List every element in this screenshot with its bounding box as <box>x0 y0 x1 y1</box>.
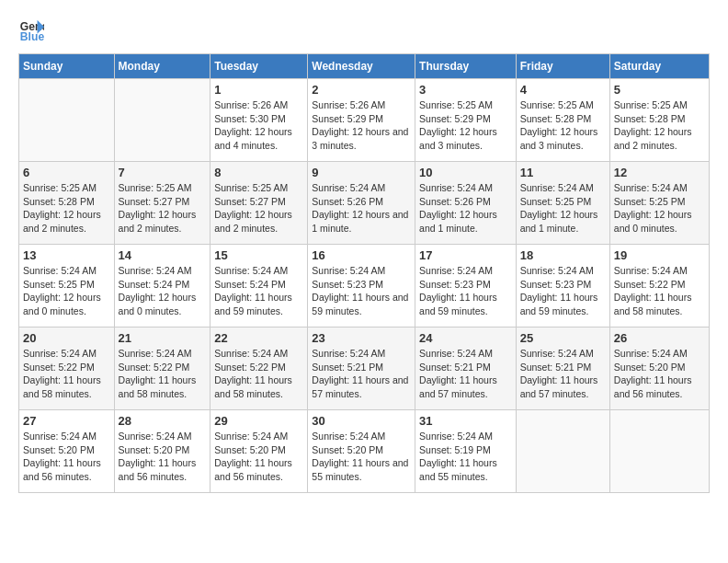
calendar-cell: 20Sunrise: 5:24 AM Sunset: 5:22 PM Dayli… <box>19 327 115 410</box>
day-number: 31 <box>419 414 512 428</box>
day-number: 23 <box>312 331 411 345</box>
day-number: 11 <box>520 166 606 179</box>
day-number: 16 <box>312 248 411 262</box>
day-number: 20 <box>23 331 110 345</box>
day-number: 3 <box>419 83 512 97</box>
calendar-cell: 30Sunrise: 5:24 AM Sunset: 5:20 PM Dayli… <box>308 410 415 493</box>
day-number: 19 <box>614 248 705 262</box>
calendar-cell <box>609 410 709 493</box>
day-info: Sunrise: 5:24 AM Sunset: 5:23 PM Dayligh… <box>312 264 411 318</box>
calendar-cell: 23Sunrise: 5:24 AM Sunset: 5:21 PM Dayli… <box>308 327 415 410</box>
header-row: SundayMondayTuesdayWednesdayThursdayFrid… <box>19 54 710 79</box>
page-header: General Blue <box>18 18 710 44</box>
day-number: 24 <box>419 331 512 345</box>
svg-text:Blue: Blue <box>20 30 44 43</box>
calendar-cell: 4Sunrise: 5:25 AM Sunset: 5:28 PM Daylig… <box>516 79 609 162</box>
calendar-week-4: 20Sunrise: 5:24 AM Sunset: 5:22 PM Dayli… <box>19 327 710 410</box>
calendar-cell: 7Sunrise: 5:25 AM Sunset: 5:27 PM Daylig… <box>114 162 210 245</box>
calendar-cell: 9Sunrise: 5:24 AM Sunset: 5:26 PM Daylig… <box>308 162 415 245</box>
day-info: Sunrise: 5:25 AM Sunset: 5:27 PM Dayligh… <box>214 181 303 236</box>
day-info: Sunrise: 5:24 AM Sunset: 5:22 PM Dayligh… <box>23 347 110 401</box>
weekday-header-thursday: Thursday <box>415 54 517 79</box>
calendar-cell: 3Sunrise: 5:25 AM Sunset: 5:29 PM Daylig… <box>415 79 517 162</box>
day-info: Sunrise: 5:24 AM Sunset: 5:22 PM Dayligh… <box>214 347 303 401</box>
day-number: 15 <box>214 248 303 262</box>
day-number: 6 <box>23 166 110 179</box>
weekday-header-monday: Monday <box>114 54 210 79</box>
calendar-cell: 16Sunrise: 5:24 AM Sunset: 5:23 PM Dayli… <box>308 245 415 327</box>
calendar-cell: 10Sunrise: 5:24 AM Sunset: 5:26 PM Dayli… <box>415 162 517 245</box>
day-info: Sunrise: 5:25 AM Sunset: 5:28 PM Dayligh… <box>520 98 606 153</box>
calendar-cell: 21Sunrise: 5:24 AM Sunset: 5:22 PM Dayli… <box>114 327 210 410</box>
day-info: Sunrise: 5:25 AM Sunset: 5:27 PM Dayligh… <box>119 181 207 236</box>
day-number: 29 <box>214 414 303 428</box>
day-number: 21 <box>119 331 207 345</box>
day-number: 22 <box>214 331 303 345</box>
calendar-cell: 29Sunrise: 5:24 AM Sunset: 5:20 PM Dayli… <box>210 410 308 493</box>
day-info: Sunrise: 5:24 AM Sunset: 5:24 PM Dayligh… <box>119 264 207 318</box>
weekday-header-saturday: Saturday <box>609 54 709 79</box>
day-info: Sunrise: 5:24 AM Sunset: 5:24 PM Dayligh… <box>214 264 303 318</box>
calendar-body: 1Sunrise: 5:26 AM Sunset: 5:30 PM Daylig… <box>19 79 710 493</box>
calendar-cell: 17Sunrise: 5:24 AM Sunset: 5:23 PM Dayli… <box>415 245 517 327</box>
calendar-header: SundayMondayTuesdayWednesdayThursdayFrid… <box>19 54 710 79</box>
logo: General Blue <box>18 18 51 44</box>
day-number: 25 <box>520 331 606 345</box>
day-info: Sunrise: 5:24 AM Sunset: 5:22 PM Dayligh… <box>614 264 705 318</box>
day-info: Sunrise: 5:24 AM Sunset: 5:23 PM Dayligh… <box>520 264 606 318</box>
day-number: 12 <box>614 166 705 179</box>
calendar-week-2: 6Sunrise: 5:25 AM Sunset: 5:28 PM Daylig… <box>19 162 710 245</box>
calendar-cell: 5Sunrise: 5:25 AM Sunset: 5:28 PM Daylig… <box>609 79 709 162</box>
day-number: 28 <box>119 414 207 428</box>
day-info: Sunrise: 5:24 AM Sunset: 5:20 PM Dayligh… <box>119 430 207 484</box>
calendar-cell: 8Sunrise: 5:25 AM Sunset: 5:27 PM Daylig… <box>210 162 308 245</box>
day-info: Sunrise: 5:24 AM Sunset: 5:20 PM Dayligh… <box>214 430 303 484</box>
day-number: 1 <box>214 83 303 97</box>
weekday-header-friday: Friday <box>516 54 609 79</box>
day-number: 10 <box>419 166 512 179</box>
day-number: 8 <box>214 166 303 179</box>
weekday-header-tuesday: Tuesday <box>210 54 308 79</box>
calendar-cell: 18Sunrise: 5:24 AM Sunset: 5:23 PM Dayli… <box>516 245 609 327</box>
day-info: Sunrise: 5:24 AM Sunset: 5:25 PM Dayligh… <box>520 181 606 236</box>
calendar-week-1: 1Sunrise: 5:26 AM Sunset: 5:30 PM Daylig… <box>19 79 710 162</box>
calendar-cell: 6Sunrise: 5:25 AM Sunset: 5:28 PM Daylig… <box>19 162 115 245</box>
calendar-cell: 28Sunrise: 5:24 AM Sunset: 5:20 PM Dayli… <box>114 410 210 493</box>
day-info: Sunrise: 5:24 AM Sunset: 5:21 PM Dayligh… <box>419 347 512 401</box>
day-info: Sunrise: 5:25 AM Sunset: 5:29 PM Dayligh… <box>419 98 512 153</box>
day-info: Sunrise: 5:24 AM Sunset: 5:21 PM Dayligh… <box>312 347 411 401</box>
day-info: Sunrise: 5:24 AM Sunset: 5:26 PM Dayligh… <box>419 181 512 236</box>
day-number: 18 <box>520 248 606 262</box>
calendar-cell: 19Sunrise: 5:24 AM Sunset: 5:22 PM Dayli… <box>609 245 709 327</box>
day-info: Sunrise: 5:26 AM Sunset: 5:30 PM Dayligh… <box>214 98 303 153</box>
day-number: 13 <box>23 248 110 262</box>
calendar-cell: 15Sunrise: 5:24 AM Sunset: 5:24 PM Dayli… <box>210 245 308 327</box>
calendar-cell: 12Sunrise: 5:24 AM Sunset: 5:25 PM Dayli… <box>609 162 709 245</box>
day-number: 2 <box>312 83 411 97</box>
day-info: Sunrise: 5:25 AM Sunset: 5:28 PM Dayligh… <box>23 181 110 236</box>
calendar-cell: 14Sunrise: 5:24 AM Sunset: 5:24 PM Dayli… <box>114 245 210 327</box>
weekday-header-wednesday: Wednesday <box>308 54 415 79</box>
calendar-table: SundayMondayTuesdayWednesdayThursdayFrid… <box>18 53 710 493</box>
calendar-cell <box>516 410 609 493</box>
day-info: Sunrise: 5:24 AM Sunset: 5:21 PM Dayligh… <box>520 347 606 401</box>
day-info: Sunrise: 5:24 AM Sunset: 5:22 PM Dayligh… <box>119 347 207 401</box>
calendar-cell: 31Sunrise: 5:24 AM Sunset: 5:19 PM Dayli… <box>415 410 517 493</box>
calendar-cell: 2Sunrise: 5:26 AM Sunset: 5:29 PM Daylig… <box>308 79 415 162</box>
calendar-cell: 26Sunrise: 5:24 AM Sunset: 5:20 PM Dayli… <box>609 327 709 410</box>
weekday-header-sunday: Sunday <box>19 54 115 79</box>
calendar-week-5: 27Sunrise: 5:24 AM Sunset: 5:20 PM Dayli… <box>19 410 710 493</box>
calendar-cell: 22Sunrise: 5:24 AM Sunset: 5:22 PM Dayli… <box>210 327 308 410</box>
calendar-cell <box>114 79 210 162</box>
day-info: Sunrise: 5:24 AM Sunset: 5:20 PM Dayligh… <box>312 430 411 484</box>
calendar-cell: 24Sunrise: 5:24 AM Sunset: 5:21 PM Dayli… <box>415 327 517 410</box>
day-info: Sunrise: 5:24 AM Sunset: 5:25 PM Dayligh… <box>23 264 110 318</box>
calendar-cell: 13Sunrise: 5:24 AM Sunset: 5:25 PM Dayli… <box>19 245 115 327</box>
calendar-cell: 27Sunrise: 5:24 AM Sunset: 5:20 PM Dayli… <box>19 410 115 493</box>
day-number: 4 <box>520 83 606 97</box>
day-info: Sunrise: 5:26 AM Sunset: 5:29 PM Dayligh… <box>312 98 411 153</box>
day-info: Sunrise: 5:24 AM Sunset: 5:20 PM Dayligh… <box>614 347 705 401</box>
day-number: 5 <box>614 83 705 97</box>
day-info: Sunrise: 5:24 AM Sunset: 5:23 PM Dayligh… <box>419 264 512 318</box>
calendar-cell: 11Sunrise: 5:24 AM Sunset: 5:25 PM Dayli… <box>516 162 609 245</box>
